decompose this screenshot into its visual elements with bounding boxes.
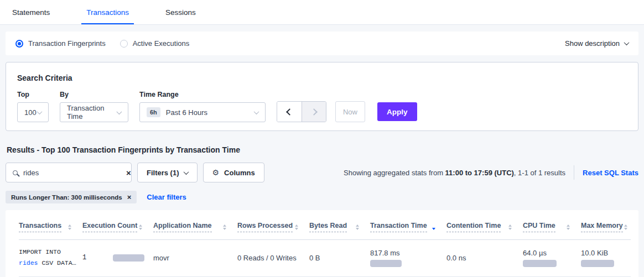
- cpu-time-cell: 64.0 µs: [523, 249, 575, 267]
- search-criteria-title: Search Criteria: [17, 74, 627, 82]
- radio-active-executions[interactable]: Active Executions: [120, 39, 190, 48]
- time-range-select[interactable]: 6h Past 6 Hours: [139, 102, 266, 122]
- by-select-value: Transaction Time: [67, 104, 117, 121]
- chevron-left-icon: [286, 108, 293, 116]
- cpu-time-bar: [523, 260, 557, 267]
- contention-time-cell: 0.0 ns: [446, 254, 466, 262]
- time-shift-group: [277, 101, 326, 122]
- reset-sql-stats-link[interactable]: Reset SQL Stats: [583, 169, 638, 177]
- transaction-statement-link[interactable]: IMPORT INTO rides CSV DATA…: [19, 247, 77, 269]
- clear-filters-link[interactable]: Clear filters: [147, 193, 186, 201]
- tab-bar: Statements Transactions Sessions: [0, 0, 644, 25]
- radio-unselected-icon: [120, 40, 128, 48]
- column-header-rows-processed[interactable]: Rows Processed: [237, 222, 309, 232]
- radio-label: Active Executions: [133, 39, 190, 48]
- sort-icon: [139, 224, 142, 230]
- column-header-application-name[interactable]: Application Name: [153, 222, 237, 232]
- by-label: By: [60, 91, 128, 98]
- table-row[interactable]: IMPORT INTO rides CSV DATA… 1 movr 0 Rea…: [19, 240, 631, 277]
- rows-processed-cell: 0 Reads / 0 Writes: [237, 254, 297, 262]
- transaction-time-bar: [370, 260, 402, 267]
- bytes-read-cell: 0 B: [309, 254, 320, 262]
- stats-summary: Showing aggregated stats from 11:00 to 1…: [344, 169, 565, 177]
- table-header-row: Transactions Execution Count Application…: [19, 210, 631, 240]
- top-label: Top: [17, 91, 49, 98]
- columns-label: Columns: [224, 169, 255, 177]
- top-select[interactable]: 100: [17, 102, 49, 122]
- sort-desc-icon: [432, 224, 435, 230]
- clear-search-icon[interactable]: ×: [126, 169, 131, 177]
- sort-icon: [567, 224, 570, 230]
- chevron-down-icon: [183, 169, 189, 175]
- top-field: Top 100: [17, 91, 49, 122]
- top-select-value: 100: [24, 108, 37, 117]
- tab-transactions[interactable]: Transactions: [81, 0, 134, 24]
- column-header-max-memory[interactable]: Max Memory: [581, 222, 631, 232]
- radio-label: Transaction Fingerprints: [28, 39, 106, 48]
- sort-icon: [508, 224, 512, 230]
- columns-button[interactable]: ⚙ Columns: [203, 163, 264, 182]
- remove-filter-icon[interactable]: ×: [127, 194, 132, 201]
- sort-icon: [223, 224, 226, 230]
- sort-icon: [624, 224, 627, 230]
- tab-statements[interactable]: Statements: [7, 0, 55, 24]
- search-icon: [13, 170, 18, 175]
- radio-transaction-fingerprints[interactable]: Transaction Fingerprints: [15, 39, 106, 48]
- results-controls-row: × Filters (1) ⚙ Columns Showing aggregat…: [6, 163, 638, 182]
- time-range-field: Time Range 6h Past 6 Hours: [139, 91, 266, 122]
- results-heading: Results - Top 100 Transaction Fingerprin…: [7, 145, 637, 154]
- column-header-bytes-read[interactable]: Bytes Read: [309, 222, 370, 232]
- chevron-down-icon: [624, 40, 630, 45]
- by-select[interactable]: Transaction Time: [60, 102, 128, 122]
- by-field: By Transaction Time: [60, 91, 128, 122]
- column-header-transactions[interactable]: Transactions: [19, 222, 82, 232]
- transaction-time-cell: 817.8 ms: [370, 249, 441, 267]
- tab-sessions[interactable]: Sessions: [160, 0, 201, 24]
- chevron-down-icon: [37, 109, 43, 114]
- application-name-cell: movr: [153, 254, 169, 262]
- sort-icon: [295, 224, 298, 230]
- results-table-card: Transactions Execution Count Application…: [6, 210, 638, 277]
- show-description-label: Show description: [565, 39, 620, 48]
- time-shift-forward-button[interactable]: [302, 102, 326, 122]
- search-input[interactable]: [23, 169, 121, 177]
- chevron-down-icon: [254, 109, 259, 114]
- applied-filters-row: Runs Longer Than: 300 milliseconds × Cle…: [6, 191, 638, 203]
- transaction-table-name[interactable]: rides: [19, 259, 38, 266]
- column-header-transaction-time[interactable]: Transaction Time: [370, 222, 446, 232]
- show-description-toggle[interactable]: Show description: [565, 39, 629, 48]
- search-box: ×: [6, 163, 132, 182]
- sort-icon: [356, 224, 359, 230]
- stats-range: 11:00 to 17:59 (UTC): [445, 169, 514, 177]
- filters-button[interactable]: Filters (1): [137, 163, 198, 182]
- results-table: Transactions Execution Count Application…: [19, 210, 631, 277]
- radio-selected-icon: [15, 40, 23, 48]
- time-shift-back-button[interactable]: [277, 102, 302, 122]
- sort-icon: [68, 224, 71, 230]
- gear-icon: ⚙: [212, 168, 220, 177]
- filter-chip: Runs Longer Than: 300 milliseconds ×: [6, 191, 137, 203]
- max-memory-bar: [581, 260, 614, 267]
- max-memory-cell: 10.0 KiB: [581, 249, 625, 267]
- now-button[interactable]: Now: [335, 101, 365, 122]
- execution-count-bar: [113, 254, 144, 262]
- apply-button[interactable]: Apply: [377, 102, 417, 121]
- column-header-cpu-time[interactable]: CPU Time: [523, 222, 581, 232]
- vertical-divider: [574, 165, 574, 180]
- filters-label: Filters (1): [147, 169, 179, 177]
- execution-count-cell: 1: [82, 254, 148, 262]
- filter-chip-label: Runs Longer Than: 300 milliseconds: [11, 194, 122, 201]
- search-criteria-card: Search Criteria Top 100 By Transaction T…: [6, 62, 638, 131]
- time-range-value: Past 6 Hours: [166, 108, 207, 117]
- time-range-badge: 6h: [147, 107, 160, 117]
- column-header-contention-time[interactable]: Contention Time: [446, 222, 523, 232]
- column-header-execution-count[interactable]: Execution Count: [82, 222, 153, 232]
- time-range-label: Time Range: [139, 91, 266, 98]
- chevron-right-icon: [310, 108, 318, 116]
- view-toggle-bar: Transaction Fingerprints Active Executio…: [6, 32, 638, 55]
